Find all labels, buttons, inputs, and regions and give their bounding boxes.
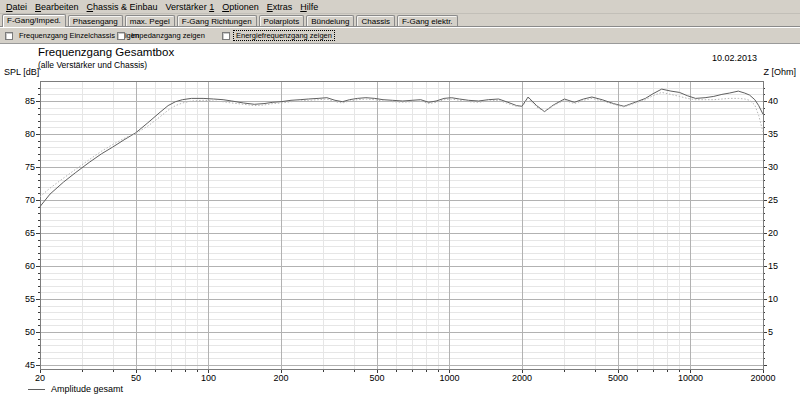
menu-item-hilfe[interactable]: Hilfe [296,1,322,13]
tab-phasengang[interactable]: Phasengang [68,15,123,26]
x-tick-label: 50 [131,373,141,383]
y-left-tick-label: 75 [25,162,35,172]
y-right-tick-label: 5 [768,327,773,337]
y-left-tick-label: 80 [25,129,35,139]
chart-panel: 8580757065605550454035302520151052050100… [0,44,800,402]
y-left-tick-label: 85 [25,96,35,106]
legend-line-swatch [28,389,45,390]
y-right-tick-label: 15 [768,261,778,271]
y-left-tick-label: 65 [25,228,35,238]
tab-max-pegel[interactable]: max. Pegel [125,15,175,26]
y-left-tick-label: 60 [25,261,35,271]
checkbox-box[interactable] [117,32,125,40]
checkbox-box[interactable] [5,32,13,40]
y-right-tick-label: 30 [768,162,778,172]
y-left-tick-label: 55 [25,294,35,304]
legend-label: Amplitude gesamt [51,384,123,394]
y-axis-left-label: SPL [dB] [4,67,39,77]
menu-item-bearbeiten[interactable]: Bearbeiten [31,1,83,13]
axis-ticks [36,88,767,373]
chart-date: 10.02.2013 [712,53,757,63]
x-tick-label: 1000 [439,373,459,383]
y-right-tick-label: 40 [768,96,778,106]
x-tick-label: 100 [201,373,216,383]
y-right-tick-label: 25 [768,195,778,205]
menu-bar: DateiBearbeitenChassis & EinbauVerstärke… [0,0,800,14]
checkbox-energiefrequenzgang-zeigen[interactable]: Energiefrequenzgang zeigen [222,31,334,40]
tab-bündelung[interactable]: Bündelung [306,15,354,26]
x-tick-label: 20 [35,373,45,383]
menu-item-chassis-einbau[interactable]: Chassis & Einbau [83,1,162,13]
boxsim-window: { "menu": { "items": [ {"label": "Datei"… [0,0,800,402]
menu-item-optionen[interactable]: Optionen [218,1,263,13]
checkbox-label: Impedanzgang zeigen [129,31,207,40]
checkbox-box[interactable] [222,32,230,40]
x-tick-label: 200 [273,373,288,383]
axis-tick-labels: 8580757065605550454035302520151052050100… [25,96,778,383]
tab-f-gang-elektr[interactable]: F-Gang elektr. [397,15,458,26]
tab-f-gang-imped[interactable]: F-Gang/Imped. [2,14,66,27]
y-left-tick-label: 70 [25,195,35,205]
chart-subtitle: (alle Verstärker und Chassis) [38,60,147,70]
y-right-tick-label: 10 [768,294,778,304]
x-tick-label: 10000 [678,373,703,383]
y-left-tick-label: 45 [25,360,35,370]
y-left-tick-label: 50 [25,327,35,337]
y-right-tick-label: 20 [768,228,778,238]
legend: Amplitude gesamt [28,384,123,394]
chart-title: Frequenzgang Gesamtbox [38,46,174,58]
tab-polarplots[interactable]: Polarplots [259,15,305,26]
y-right-tick-label: 35 [768,129,778,139]
menu-item-extras[interactable]: Extras [263,1,297,13]
checkbox-impedanzgang-zeigen[interactable]: Impedanzgang zeigen [117,31,207,40]
tab-f-gang-richtungen[interactable]: F-Gang Richtungen [177,15,257,26]
checkbox-label: Energiefrequenzgang zeigen [234,31,334,40]
x-tick-label: 20000 [750,373,775,383]
x-tick-label: 2000 [512,373,532,383]
menu-item-datei[interactable]: Datei [2,1,31,13]
tab-bar: F-Gang/Imped.Phasengangmax. PegelF-Gang … [0,14,800,27]
checkbox-bar: Frequenzgang Einzelchassis zeigenImpedan… [0,28,800,44]
tab-chassis[interactable]: Chassis [356,15,394,26]
y-axis-right-label: Z [Ohm] [763,67,796,77]
minor-gridlines [40,81,763,369]
x-tick-label: 5000 [608,373,628,383]
x-tick-label: 500 [369,373,384,383]
menu-item-verstärker-1[interactable]: Verstärker 1 [162,1,219,13]
frequency-response-plot: 8580757065605550454035302520151052050100… [0,44,800,402]
